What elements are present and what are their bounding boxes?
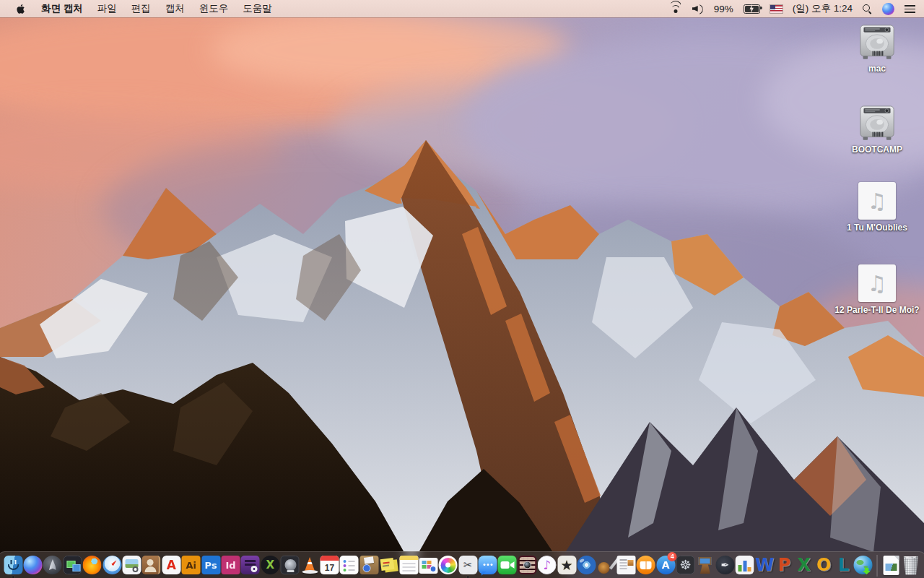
dock-dvd-player[interactable]: [577, 554, 596, 576]
dock-xee[interactable]: X: [261, 554, 280, 576]
excel-icon: X: [795, 556, 814, 574]
dock: AAiPsIdX17✂♪★A4☸✒WPXOL: [0, 551, 924, 578]
dock-photos[interactable]: [438, 554, 458, 576]
dock-numbers[interactable]: [735, 554, 754, 576]
dock-drive-tool[interactable]: [280, 554, 300, 576]
facetime-icon: [498, 556, 517, 574]
dock-garageband[interactable]: [596, 554, 616, 576]
hard-drive-icon: [857, 25, 897, 61]
trash-icon: [902, 556, 919, 575]
wallpaper-sierra-mountain: [0, 17, 924, 578]
spotlight-search-icon[interactable]: [863, 4, 872, 14]
wifi-icon[interactable]: [670, 4, 682, 13]
menu-item-1[interactable]: 편집: [124, 2, 158, 15]
dock-grab[interactable]: ✂: [458, 554, 478, 576]
image-doc-icon: [419, 558, 437, 574]
dock-app-store[interactable]: A4: [655, 554, 675, 576]
audio-file-icon: ♫: [858, 264, 896, 302]
acrobat-glyph: A: [167, 559, 176, 571]
dock-facetime[interactable]: [497, 554, 517, 576]
mini-doc-icon: [883, 556, 899, 575]
dock-stickies[interactable]: [379, 554, 398, 576]
dock-msn-globe[interactable]: [853, 554, 873, 576]
dock-mini-doc[interactable]: [881, 554, 901, 576]
dock-news-doc[interactable]: [616, 554, 636, 576]
dock-excel[interactable]: X: [794, 554, 814, 576]
dock-messages[interactable]: [478, 554, 497, 576]
firefox-icon: [83, 556, 102, 574]
wheel-app-icon: ☸: [676, 556, 694, 574]
dock-imovie[interactable]: ★: [557, 554, 576, 576]
finder-icon: [4, 556, 22, 574]
dock-keynote[interactable]: [695, 554, 715, 576]
imovie-icon: ★: [557, 556, 576, 574]
dock-pages[interactable]: ✒: [715, 554, 735, 576]
lync-icon: L: [834, 556, 853, 574]
dock-lync[interactable]: L: [834, 554, 853, 576]
notification-center-icon[interactable]: [905, 5, 915, 13]
battery-charging-icon[interactable]: [744, 4, 760, 14]
dock-ibooks[interactable]: [636, 554, 655, 576]
numbers-icon: [736, 556, 754, 574]
us-flag-icon[interactable]: [770, 5, 783, 13]
xee-icon: X: [261, 556, 279, 574]
illustrator-glyph: Ai: [186, 561, 196, 570]
dock-wheel-app[interactable]: ☸: [676, 554, 695, 576]
dock-toast[interactable]: [240, 554, 260, 576]
grab-icon: ✂: [458, 556, 477, 574]
reminders-icon: [340, 556, 359, 574]
news-doc-icon: [616, 556, 635, 574]
apple-icon: [16, 4, 25, 14]
dock-acrobat[interactable]: A: [162, 554, 181, 576]
battery-percent: 99%: [714, 4, 733, 14]
calendar-day: 17: [325, 563, 334, 573]
active-app-menu[interactable]: 화면 캡처: [34, 2, 90, 15]
dock-calendar[interactable]: 17: [320, 554, 339, 576]
powerpoint-icon: P: [775, 556, 793, 574]
dock-image-doc[interactable]: [419, 554, 438, 576]
dock-word[interactable]: W: [754, 554, 774, 576]
dock-archive-box[interactable]: [359, 554, 379, 576]
desktop-icon-song-2[interactable]: ♫12 Parle-T-Il De Moi?: [834, 264, 920, 315]
dock-contacts[interactable]: [141, 554, 161, 576]
desktop-icon-label: mac: [868, 64, 886, 74]
menu-item-0[interactable]: 파일: [90, 2, 124, 15]
dock-trash[interactable]: [901, 554, 920, 576]
volume-icon[interactable]: [692, 4, 704, 13]
dock-mission-control[interactable]: [63, 554, 82, 576]
dock-photoshop[interactable]: Ps: [201, 554, 220, 576]
dock-firefox[interactable]: [82, 554, 102, 576]
dock-photo-booth[interactable]: [518, 554, 537, 576]
imovie-glyph: ★: [561, 558, 573, 572]
menu-bar-left: 화면 캡처 파일편집캡처윈도우도움말: [0, 0, 279, 17]
dock-notes[interactable]: [398, 554, 418, 576]
desktop-icon-label: 12 Parle-T-Il De Moi?: [834, 305, 919, 315]
siri-icon[interactable]: [882, 3, 894, 15]
dock-reminders[interactable]: [339, 554, 359, 576]
pages-icon: ✒: [715, 556, 734, 574]
dock-siri[interactable]: [23, 554, 43, 576]
dock-itunes[interactable]: ♪: [537, 554, 557, 576]
dock-finder[interactable]: [4, 554, 23, 576]
apple-menu[interactable]: [7, 0, 34, 17]
mission-control-icon: [63, 556, 82, 574]
menu-item-4[interactable]: 도움말: [235, 2, 279, 15]
photo-booth-icon: [518, 556, 536, 574]
dock-illustrator[interactable]: Ai: [181, 554, 201, 576]
dock-vlc[interactable]: [300, 554, 319, 576]
menu-item-3[interactable]: 윈도우: [192, 2, 236, 15]
desktop-icon-bootcamp[interactable]: BOOTCAMP: [834, 105, 920, 155]
dock-outlook[interactable]: O: [814, 554, 834, 576]
dock-launchpad[interactable]: [43, 554, 62, 576]
dock-preview[interactable]: [122, 554, 141, 576]
hard-drive-icon: [857, 105, 897, 142]
dock-safari[interactable]: [102, 554, 121, 576]
menu-bar-clock[interactable]: (일) 오후 1:24: [793, 2, 853, 15]
menu-item-2[interactable]: 캡처: [158, 2, 192, 15]
dock-powerpoint[interactable]: P: [775, 554, 794, 576]
acrobat-icon: A: [162, 556, 180, 574]
grab-glyph: ✂: [463, 560, 473, 571]
desktop-icon-mac[interactable]: mac: [834, 25, 920, 74]
desktop-icon-song-1[interactable]: ♫1 Tu M'Oublies: [834, 182, 920, 233]
dock-indesign[interactable]: Id: [221, 554, 240, 576]
